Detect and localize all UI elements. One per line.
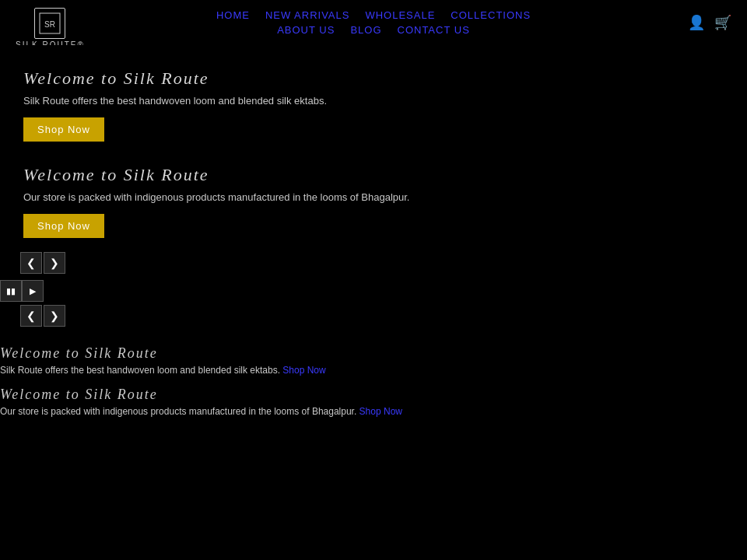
nav-home[interactable]: HOME bbox=[216, 9, 250, 21]
site-header: SR SILK ROUTE® HOME NEW ARRIVALS WHOLESA… bbox=[0, 0, 747, 45]
nav-new-arrivals[interactable]: NEW ARRIVALS bbox=[265, 9, 350, 21]
slide-1: Welcome to Silk Route Silk Route offers … bbox=[0, 53, 747, 149]
playback-nav-arrows: ❮ ❯ bbox=[20, 305, 747, 327]
text-title-1: Welcome to Silk Route bbox=[0, 345, 747, 362]
nav-about-us[interactable]: ABOUT US bbox=[277, 24, 335, 36]
text-item-1: Welcome to Silk Route Silk Route offers … bbox=[0, 342, 747, 383]
text-section: Welcome to Silk Route Silk Route offers … bbox=[0, 334, 747, 425]
text-desc-2: Our store is packed with indigenous prod… bbox=[0, 406, 747, 417]
cart-icon[interactable]: 🛒 bbox=[714, 14, 731, 31]
nav-row-1: HOME NEW ARRIVALS WHOLESALE COLLECTIONS bbox=[216, 9, 531, 21]
playback-next-button[interactable]: ❯ bbox=[44, 305, 65, 327]
play-button[interactable]: ▶ bbox=[22, 280, 44, 302]
slide-next-button[interactable]: ❯ bbox=[44, 252, 65, 274]
user-icon[interactable]: 👤 bbox=[688, 14, 705, 31]
logo-svg: SR bbox=[38, 12, 61, 35]
text-desc-2-text: Our store is packed with indigenous prod… bbox=[0, 406, 356, 417]
slide-2: Welcome to Silk Route Our store is packe… bbox=[0, 149, 747, 246]
nav-wholesale[interactable]: WHOLESALE bbox=[365, 9, 435, 21]
slide-nav-arrows: ❮ ❯ bbox=[20, 252, 747, 274]
text-title-2: Welcome to Silk Route bbox=[0, 387, 747, 403]
slide-2-desc: Our store is packed with indigenous prod… bbox=[23, 191, 724, 203]
svg-text:SR: SR bbox=[44, 20, 55, 29]
playback-controls: ▮▮ ▶ bbox=[0, 280, 747, 302]
text-shop-now-link-2[interactable]: Shop Now bbox=[359, 406, 402, 417]
slide-1-title: Welcome to Silk Route bbox=[23, 68, 724, 89]
text-item-2: Welcome to Silk Route Our store is packe… bbox=[0, 383, 747, 425]
main-nav: HOME NEW ARRIVALS WHOLESALE COLLECTIONS … bbox=[216, 9, 531, 36]
logo-icon: SR bbox=[34, 8, 65, 39]
pause-button[interactable]: ▮▮ bbox=[0, 280, 22, 302]
nav-row-2: ABOUT US BLOG CONTACT US bbox=[277, 24, 470, 36]
nav-collections[interactable]: COLLECTIONS bbox=[451, 9, 531, 21]
nav-blog[interactable]: BLOG bbox=[350, 24, 381, 36]
text-desc-1-text: Silk Route offers the best handwoven loo… bbox=[0, 365, 280, 376]
slide-2-title: Welcome to Silk Route bbox=[23, 165, 724, 185]
slide-2-shop-now-button[interactable]: Shop Now bbox=[23, 214, 104, 238]
slide-prev-button[interactable]: ❮ bbox=[20, 252, 42, 274]
text-desc-1: Silk Route offers the best handwoven loo… bbox=[0, 365, 747, 376]
logo-area[interactable]: SR SILK ROUTE® bbox=[16, 8, 85, 49]
playback-prev-button[interactable]: ❮ bbox=[20, 305, 42, 327]
text-shop-now-link-1[interactable]: Shop Now bbox=[282, 365, 325, 376]
slide-1-shop-now-button[interactable]: Shop Now bbox=[23, 117, 104, 142]
nav-contact-us[interactable]: CONTACT US bbox=[398, 24, 470, 36]
slideshow: Welcome to Silk Route Silk Route offers … bbox=[0, 45, 747, 334]
slide-1-desc: Silk Route offers the best handwoven loo… bbox=[23, 95, 724, 107]
header-icons: 👤 🛒 bbox=[688, 14, 731, 31]
